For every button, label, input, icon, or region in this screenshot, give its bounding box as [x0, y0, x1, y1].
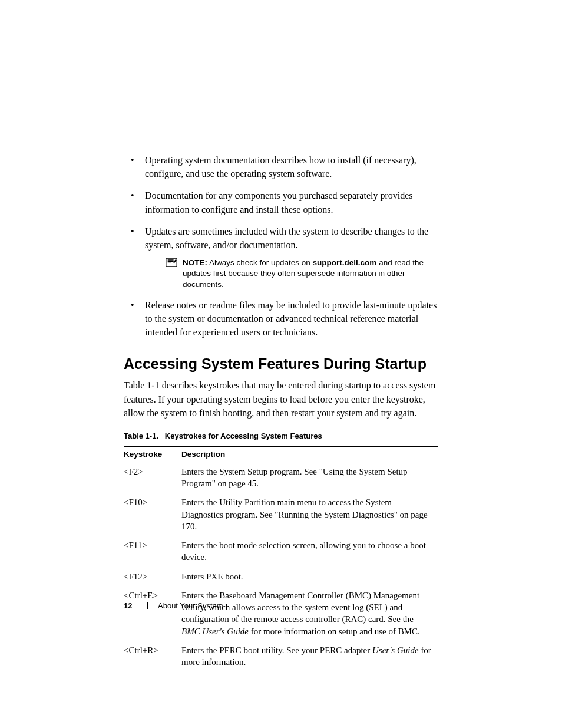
- list-item: Release notes or readme files may be inc…: [124, 298, 438, 340]
- list-item: Operating system documentation describes…: [124, 153, 438, 180]
- cell-description: Enters the System Setup program. See "Us…: [181, 462, 438, 493]
- bullet-text: Operating system documentation describes…: [145, 155, 416, 179]
- note-text: NOTE: Always check for updates on suppor…: [183, 258, 438, 290]
- bullet-text: Release notes or readme files may be inc…: [145, 300, 437, 337]
- cell-description: Enters PXE boot.: [181, 567, 438, 586]
- table-row: <F12> Enters PXE boot.: [124, 567, 438, 586]
- cell-keystroke: <Ctrl+R>: [124, 641, 181, 672]
- list-item: Updates are sometimes included with the …: [124, 225, 438, 290]
- footer-separator: [147, 602, 148, 609]
- col-keystroke: Keystroke: [124, 446, 181, 462]
- cell-description: Enters the PERC boot utility. See your P…: [181, 641, 438, 672]
- section-body: Table 1-1 describes keystrokes that may …: [124, 378, 438, 420]
- cell-keystroke: <F11>: [124, 536, 181, 567]
- desc-post: for more information on setup and use of…: [249, 627, 420, 636]
- desc-pre: Enters the PERC boot utility. See your P…: [181, 645, 372, 655]
- cell-description: Enters the boot mode selection screen, a…: [181, 536, 438, 567]
- table-row: <F10> Enters the Utility Partition main …: [124, 493, 438, 536]
- cell-description: Enters the Utility Partition main menu t…: [181, 493, 438, 536]
- list-item: Documentation for any components you pur…: [124, 189, 438, 216]
- section-heading: Accessing System Features During Startup: [124, 355, 438, 373]
- table-caption-title: Keystrokes for Accessing System Features: [165, 431, 322, 440]
- table-caption: Table 1-1. Keystrokes for Accessing Syst…: [124, 431, 438, 440]
- page-number: 12: [124, 601, 132, 610]
- col-description: Description: [181, 446, 438, 462]
- desc-italic: BMC User's Guide: [181, 627, 249, 636]
- table-caption-ref: Table 1-1.: [124, 431, 158, 440]
- cell-keystroke: <Ctrl+E>: [124, 586, 181, 641]
- footer-section: About Your System: [158, 601, 223, 610]
- note-block: NOTE: Always check for updates on suppor…: [166, 258, 438, 290]
- cell-keystroke: <F10>: [124, 493, 181, 536]
- table-row: <Ctrl+E> Enters the Baseboard Management…: [124, 586, 438, 641]
- cell-keystroke: <F2>: [124, 462, 181, 493]
- note-site: support.dell.com: [313, 258, 377, 267]
- note-icon: [166, 258, 177, 267]
- note-label: NOTE:: [183, 258, 207, 267]
- note-pre: Always check for updates on: [207, 258, 313, 267]
- table-header-row: Keystroke Description: [124, 446, 438, 462]
- cell-description: Enters the Baseboard Management Controll…: [181, 586, 438, 641]
- table-row: <Ctrl+R> Enters the PERC boot utility. S…: [124, 641, 438, 672]
- page-footer: 12 About Your System: [124, 601, 223, 610]
- bullet-list: Operating system documentation describes…: [124, 153, 438, 339]
- bullet-text: Updates are sometimes included with the …: [145, 226, 428, 250]
- desc-italic: User's Guide: [372, 645, 419, 655]
- page-content: Operating system documentation describes…: [0, 0, 562, 671]
- keystrokes-table: Keystroke Description <F2> Enters the Sy…: [124, 446, 438, 672]
- table-row: <F2> Enters the System Setup program. Se…: [124, 462, 438, 493]
- cell-keystroke: <F12>: [124, 567, 181, 586]
- table-row: <F11> Enters the boot mode selection scr…: [124, 536, 438, 567]
- bullet-text: Documentation for any components you pur…: [145, 190, 413, 214]
